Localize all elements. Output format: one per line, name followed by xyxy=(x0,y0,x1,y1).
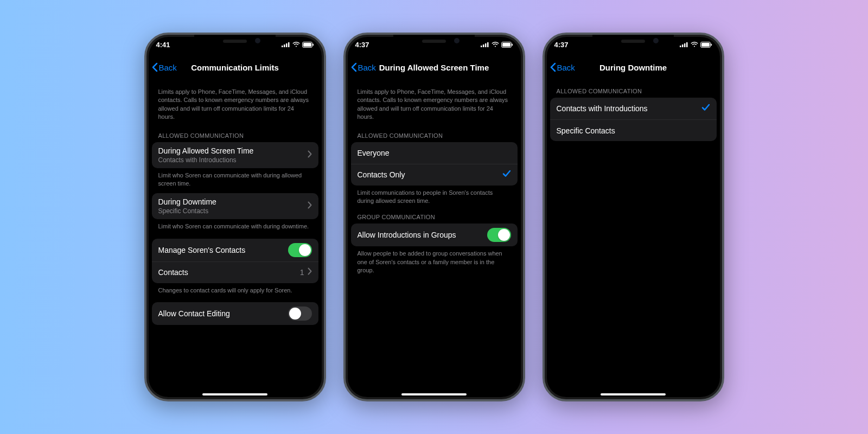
footer-text: Limit communications to people in Soren'… xyxy=(351,186,518,206)
page-title: During Downtime xyxy=(599,63,667,72)
phone-3: 4:37 Back During Downtime ALLOWED COMMUN… xyxy=(542,33,724,401)
svg-rect-7 xyxy=(481,46,482,47)
signal-icon xyxy=(481,42,489,47)
svg-rect-8 xyxy=(483,44,484,47)
home-indicator[interactable] xyxy=(202,393,267,395)
svg-rect-19 xyxy=(701,43,710,47)
phone-2: 4:37 Back During Allowed Screen Time Lim… xyxy=(343,33,525,401)
row-subtitle: Specific Contacts xyxy=(158,207,308,215)
status-time: 4:37 xyxy=(554,41,569,49)
notch xyxy=(393,35,475,49)
svg-rect-5 xyxy=(303,43,311,47)
row-title: Specific Contacts xyxy=(557,126,710,135)
signal-icon xyxy=(680,42,688,47)
battery-icon xyxy=(700,42,712,48)
notch xyxy=(592,35,674,49)
svg-rect-1 xyxy=(284,44,285,47)
nav-bar: Back During Downtime xyxy=(545,56,722,78)
home-indicator[interactable] xyxy=(601,393,666,395)
row-everyone[interactable]: Everyone xyxy=(351,142,518,164)
svg-rect-3 xyxy=(288,42,290,47)
row-title: Allow Introductions in Groups xyxy=(358,231,487,239)
svg-rect-2 xyxy=(286,43,288,47)
svg-rect-12 xyxy=(502,43,510,47)
chevron-right-icon xyxy=(308,267,312,277)
group-group-comm: Allow Introductions in Groups xyxy=(351,224,518,246)
signal-icon xyxy=(282,42,290,47)
row-title: Contacts xyxy=(158,268,300,277)
page-title: During Allowed Screen Time xyxy=(379,63,489,72)
footer-text: Limit who Soren can communicate with dur… xyxy=(152,219,318,231)
back-button[interactable]: Back xyxy=(351,62,376,72)
intro-text: Limits apply to Phone, FaceTime, Message… xyxy=(152,79,318,124)
content: Limits apply to Phone, FaceTime, Message… xyxy=(152,79,318,395)
chevron-right-icon xyxy=(308,201,312,211)
wifi-icon xyxy=(292,42,300,47)
svg-rect-15 xyxy=(682,44,684,47)
row-subtitle: Contacts with Introductions xyxy=(158,156,308,164)
section-header: GROUP COMMUNICATION xyxy=(351,205,518,224)
notch xyxy=(194,35,276,49)
svg-rect-16 xyxy=(684,43,686,47)
row-during-downtime[interactable]: During Downtime Specific Contacts xyxy=(152,193,318,219)
row-title: Allow Contact Editing xyxy=(158,309,288,318)
svg-rect-14 xyxy=(680,46,681,47)
back-button[interactable]: Back xyxy=(152,62,177,72)
status-indicators xyxy=(282,42,314,48)
row-specific-contacts[interactable]: Specific Contacts xyxy=(550,119,717,141)
row-title: During Downtime xyxy=(158,197,308,206)
back-label: Back xyxy=(358,63,376,72)
battery-icon xyxy=(501,42,513,48)
chevron-left-icon xyxy=(351,62,357,72)
row-title: Contacts with Introductions xyxy=(557,104,701,113)
toggle-manage-contacts[interactable] xyxy=(288,243,312,257)
row-title: Everyone xyxy=(358,149,511,157)
row-manage-contacts[interactable]: Manage Soren's Contacts xyxy=(152,239,318,261)
chevron-left-icon xyxy=(550,62,556,72)
svg-rect-20 xyxy=(711,43,712,46)
toggle-allow-introductions[interactable] xyxy=(487,228,511,242)
svg-rect-17 xyxy=(686,42,688,47)
toggle-allow-contact-editing[interactable] xyxy=(288,307,312,321)
status-indicators xyxy=(680,42,712,48)
wifi-icon xyxy=(691,42,698,47)
row-contacts-with-introductions[interactable]: Contacts with Introductions xyxy=(550,98,717,119)
back-label: Back xyxy=(159,63,177,72)
svg-rect-9 xyxy=(485,43,487,47)
intro-text: Limits apply to Phone, FaceTime, Message… xyxy=(351,79,518,124)
phone-1: 4:41 Back Communication Limits Limits ap… xyxy=(144,33,326,401)
content: Limits apply to Phone, FaceTime, Message… xyxy=(351,79,518,395)
row-value: 1 xyxy=(300,268,304,277)
row-contacts[interactable]: Contacts 1 xyxy=(152,261,318,283)
wifi-icon xyxy=(492,42,499,47)
status-time: 4:37 xyxy=(355,41,369,49)
back-button[interactable]: Back xyxy=(550,62,575,72)
group-manage-contacts: Manage Soren's Contacts Contacts 1 xyxy=(152,239,318,283)
section-header: ALLOWED COMMUNICATION xyxy=(152,124,318,142)
row-title: During Allowed Screen Time xyxy=(158,146,308,155)
svg-rect-6 xyxy=(312,43,314,46)
page-title: Communication Limits xyxy=(191,63,279,72)
section-header: ALLOWED COMMUNICATION xyxy=(351,124,518,142)
home-indicator[interactable] xyxy=(401,393,467,395)
content: ALLOWED COMMUNICATION Contacts with Intr… xyxy=(550,79,717,395)
section-header: ALLOWED COMMUNICATION xyxy=(550,79,717,98)
checkmark-icon xyxy=(701,104,710,113)
row-allow-introductions[interactable]: Allow Introductions in Groups xyxy=(351,224,518,246)
row-contacts-only[interactable]: Contacts Only xyxy=(351,164,518,186)
row-during-allowed-screen-time[interactable]: During Allowed Screen Time Contacts with… xyxy=(152,142,318,168)
row-title: Manage Soren's Contacts xyxy=(158,246,288,254)
status-indicators xyxy=(481,42,513,48)
nav-bar: Back Communication Limits xyxy=(146,56,324,78)
group-screen-time: During Allowed Screen Time Contacts with… xyxy=(152,142,318,168)
row-allow-contact-editing[interactable]: Allow Contact Editing xyxy=(152,302,318,325)
checkmark-icon xyxy=(502,170,511,180)
nav-bar: Back During Allowed Screen Time xyxy=(346,56,523,78)
chevron-left-icon xyxy=(152,62,158,72)
group-contact-editing: Allow Contact Editing xyxy=(152,302,318,325)
row-title: Contacts Only xyxy=(358,170,502,179)
svg-rect-13 xyxy=(512,43,513,46)
group-allowed-comm: Everyone Contacts Only xyxy=(351,142,518,186)
back-label: Back xyxy=(557,63,575,72)
svg-rect-0 xyxy=(282,46,283,47)
